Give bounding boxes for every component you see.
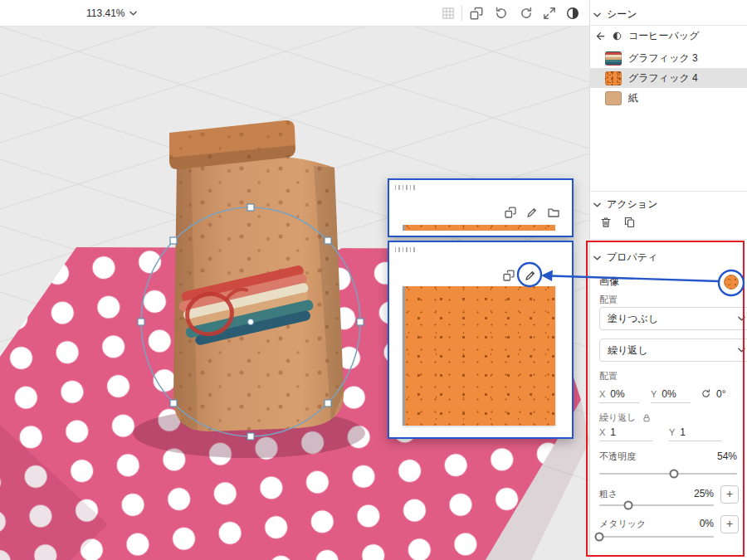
- coffee-bag-model[interactable]: [169, 120, 344, 431]
- chevron-down-icon[interactable]: [593, 256, 601, 261]
- scale-tool-icon[interactable]: [542, 6, 557, 21]
- layer-thumbnail: [605, 91, 622, 105]
- replace-image-icon[interactable]: [504, 206, 517, 219]
- y-label: Y: [669, 427, 675, 437]
- folder-icon[interactable]: [547, 206, 560, 219]
- opacity-slider[interactable]: [599, 473, 737, 475]
- app-window: 113.41%: [0, 0, 747, 560]
- roughness-label: 粗さ: [599, 488, 618, 500]
- tiling-mode-select[interactable]: 繰り返し: [599, 338, 747, 362]
- zoom-value: 113.41%: [86, 7, 124, 19]
- layer-row-graphic3[interactable]: グラフィック 3: [589, 48, 747, 68]
- chevron-down-icon: [738, 348, 745, 353]
- roughness-add-map-button[interactable]: +: [720, 485, 739, 504]
- delete-trash-icon[interactable]: [599, 216, 613, 229]
- actions-panel-title: アクション: [607, 197, 657, 212]
- y-label: Y: [651, 389, 657, 399]
- rotate-ccw-icon[interactable]: [494, 6, 509, 21]
- floating-panel-texture[interactable]: [388, 241, 574, 439]
- opacity-value[interactable]: 54%: [706, 450, 737, 462]
- rotation-field[interactable]: 0°: [701, 387, 737, 402]
- layer-label: グラフィック 3: [628, 51, 698, 66]
- roughness-slider-thumb[interactable]: [623, 501, 632, 510]
- image-swatch[interactable]: [724, 275, 739, 290]
- properties-panel-title: プロパティ: [607, 251, 657, 265]
- metallic-slider[interactable]: [599, 536, 714, 538]
- roughness-value[interactable]: 25%: [686, 488, 714, 499]
- x-label: X: [599, 389, 605, 399]
- repeat-label: 繰り返し: [599, 411, 637, 424]
- edit-pencil-icon[interactable]: [524, 269, 537, 282]
- snap-grid-icon[interactable]: [441, 6, 456, 21]
- metallic-add-map-button[interactable]: +: [720, 515, 739, 533]
- shading-mode-icon[interactable]: [565, 6, 580, 21]
- texture-preview-sliver: [403, 225, 555, 231]
- scene-panel-title: シーン: [607, 7, 637, 22]
- lock-icon[interactable]: [642, 413, 652, 423]
- repeat-label-row: 繰り返し: [599, 411, 652, 424]
- rotate-cw-icon[interactable]: [519, 6, 534, 21]
- actions-panel-header[interactable]: アクション: [593, 197, 657, 212]
- repeat-y-value: 1: [680, 426, 686, 438]
- opacity-label: 不透明度: [599, 450, 636, 463]
- drag-handle-icon[interactable]: [395, 247, 415, 252]
- layer-row-graphic4[interactable]: グラフィック 4: [589, 68, 747, 88]
- layer-label: 紙: [628, 91, 638, 105]
- rotation-value: 0°: [716, 388, 725, 400]
- position-x-field[interactable]: X 0%: [599, 388, 639, 403]
- roughness-slider[interactable]: [599, 504, 714, 506]
- position-y-field[interactable]: Y 0%: [651, 388, 691, 403]
- breadcrumb-label: コーヒーバッグ: [628, 29, 699, 43]
- fill-mode-select[interactable]: 塗りつぶし: [599, 307, 747, 330]
- breadcrumb[interactable]: コーヒーバッグ: [594, 29, 699, 43]
- repeat-y-field[interactable]: Y 1: [669, 426, 722, 441]
- duplicate-icon[interactable]: [623, 216, 637, 229]
- edit-pencil-icon[interactable]: [525, 206, 539, 219]
- position-x-value: 0%: [610, 388, 624, 400]
- object-sphere-icon: [612, 31, 622, 41]
- zoom-control[interactable]: 113.41%: [86, 0, 137, 27]
- layer-row-paper[interactable]: 紙: [589, 88, 747, 108]
- chevron-down-icon: [738, 316, 745, 321]
- drag-handle-icon[interactable]: [395, 185, 415, 190]
- toolbar-divider: [461, 6, 462, 21]
- placement-label: 配置: [599, 294, 618, 306]
- repeat-x-value: 1: [610, 426, 616, 438]
- floating-panel-top[interactable]: [388, 178, 574, 237]
- metallic-value[interactable]: 0%: [686, 518, 714, 529]
- back-arrow-icon[interactable]: [594, 31, 606, 42]
- chevron-down-icon: [129, 11, 137, 16]
- scene-panel-header[interactable]: シーン: [593, 7, 637, 22]
- metallic-label: メタリック: [599, 518, 646, 530]
- position-label: 配置: [599, 370, 618, 382]
- metallic-slider-thumb[interactable]: [595, 533, 604, 542]
- fill-mode-value: 塗りつぶし: [608, 312, 658, 326]
- image-label: 画像: [599, 275, 619, 289]
- x-label: X: [599, 427, 605, 437]
- top-toolbar: 113.41%: [0, 0, 589, 27]
- opacity-slider-thumb[interactable]: [669, 470, 678, 479]
- properties-panel-header[interactable]: プロパティ: [593, 251, 657, 265]
- texture-preview[interactable]: [403, 286, 555, 426]
- position-y-value: 0%: [662, 388, 676, 400]
- tiling-mode-value: 繰り返し: [608, 343, 648, 358]
- layer-thumbnail: [605, 51, 622, 66]
- drop-to-ground-icon[interactable]: [469, 6, 484, 21]
- repeat-x-field[interactable]: X 1: [599, 426, 652, 441]
- replace-image-icon[interactable]: [502, 269, 515, 282]
- rotate-icon: [701, 388, 711, 399]
- layer-label: グラフィック 4: [628, 71, 698, 85]
- chevron-down-icon[interactable]: [593, 12, 601, 17]
- chevron-down-icon[interactable]: [593, 202, 601, 207]
- layer-thumbnail: [605, 71, 622, 85]
